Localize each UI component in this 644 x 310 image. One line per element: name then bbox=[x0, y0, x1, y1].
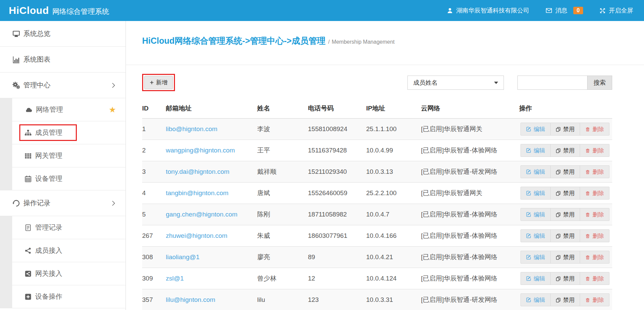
disable-button[interactable]: 禁用 bbox=[550, 144, 580, 157]
table-row: 357 lilu@hignton.com lilu 123 10.0.3.31 … bbox=[142, 289, 612, 310]
sidebar-item-network-management[interactable]: 网络管理 ★ bbox=[12, 98, 126, 121]
table-row: 4 tangbin@hignton.com 唐斌 15526460059 25.… bbox=[142, 183, 612, 204]
email-link[interactable]: gang.chen@hignton.com bbox=[166, 211, 238, 218]
caret-down-icon bbox=[494, 82, 498, 86]
sidebar-item-management-records[interactable]: 管理记录 bbox=[12, 216, 126, 239]
trash-icon bbox=[585, 169, 590, 174]
edit-button[interactable]: 编辑 bbox=[521, 123, 550, 135]
cell-id: 308 bbox=[142, 247, 166, 268]
table-row: 2 wangping@hignton.com 王平 15116379428 10… bbox=[142, 140, 612, 161]
sidebar-item-device-operations[interactable]: 设备操作 bbox=[12, 285, 126, 308]
email-link[interactable]: zhuwei@hignton.com bbox=[166, 232, 227, 239]
edit-button[interactable]: 编辑 bbox=[521, 230, 550, 242]
grid-icon bbox=[24, 152, 32, 160]
sidebar-item-system-charts[interactable]: 系统图表 bbox=[0, 47, 126, 73]
sidebar-item-gateway-management[interactable]: 网关管理 bbox=[12, 144, 126, 167]
sidebar-item-system-overview[interactable]: 系统总览 bbox=[0, 21, 126, 47]
cell-name: 陈刚 bbox=[257, 204, 308, 225]
header-email: 邮箱地址 bbox=[166, 101, 257, 119]
sitemap-icon bbox=[24, 129, 32, 137]
disable-button[interactable]: 禁用 bbox=[550, 251, 580, 263]
disable-button[interactable]: 禁用 bbox=[550, 166, 580, 178]
row-action-group: 编辑 禁用 bbox=[520, 272, 609, 285]
email-link[interactable]: tangbin@hignton.com bbox=[166, 189, 228, 197]
cell-id: 267 bbox=[142, 225, 166, 247]
cell-id: 2 bbox=[142, 140, 166, 161]
disable-button[interactable]: 禁用 bbox=[550, 294, 580, 306]
sidebar-item-member-access[interactable]: 成员接入 bbox=[12, 239, 126, 262]
table-row: 309 zsl@1 曾少林 12 10.0.4.124 [已启用]华辰智通-体验… bbox=[142, 268, 612, 289]
brand-system-name: 网络综合管理系统 bbox=[52, 7, 109, 16]
delete-button[interactable]: 删除 bbox=[580, 144, 609, 157]
clone-icon bbox=[556, 233, 561, 239]
cell-email: gang.chen@hignton.com bbox=[166, 204, 257, 225]
email-link[interactable]: tony.dai@hignton.com bbox=[166, 168, 229, 175]
sidebar-item-label: 操作记录 bbox=[23, 199, 50, 208]
fullscreen-toggle[interactable]: 开启全屏 bbox=[599, 6, 633, 15]
email-link[interactable]: wangping@hignton.com bbox=[166, 147, 235, 154]
member-name-filter-select[interactable]: 成员姓名 bbox=[407, 76, 504, 90]
search-button[interactable]: 搜索 bbox=[587, 76, 612, 90]
cell-ip: 10.0.4.166 bbox=[366, 225, 421, 247]
email-link[interactable]: libo@hignton.com bbox=[166, 125, 217, 132]
disable-button[interactable]: 禁用 bbox=[550, 272, 580, 285]
email-link[interactable]: lilu@hignton.com bbox=[166, 296, 215, 303]
clone-icon bbox=[556, 169, 561, 174]
sidebar-item-label: 管理记录 bbox=[35, 223, 62, 232]
disable-button[interactable]: 禁用 bbox=[550, 123, 580, 135]
sidebar-item-member-management[interactable]: 成员管理 bbox=[12, 121, 126, 144]
main-content: HiCloud网络综合管理系统->管理中心->成员管理/Membership M… bbox=[126, 21, 644, 310]
calendar-icon bbox=[24, 175, 32, 183]
delete-button[interactable]: 删除 bbox=[580, 208, 609, 221]
email-link[interactable]: liaoliang@1 bbox=[166, 253, 200, 261]
cell-name: 廖亮 bbox=[257, 247, 308, 268]
search-input[interactable] bbox=[517, 76, 587, 90]
history-icon bbox=[12, 199, 20, 207]
delete-button[interactable]: 删除 bbox=[580, 123, 609, 135]
email-link[interactable]: zsl@1 bbox=[166, 275, 184, 282]
edit-button[interactable]: 编辑 bbox=[521, 144, 550, 157]
edit-icon bbox=[526, 126, 531, 132]
cell-id: 1 bbox=[142, 119, 166, 140]
add-button[interactable]: 新增 bbox=[144, 76, 173, 89]
submenu-operation-records: 管理记录 成员接入 网关接入 bbox=[0, 216, 126, 308]
cell-actions: 编辑 禁用 bbox=[519, 247, 612, 268]
cell-name: 李波 bbox=[257, 119, 308, 140]
sidebar-item-device-management[interactable]: 设备管理 bbox=[12, 167, 126, 190]
sidebar-item-operation-records[interactable]: 操作记录 bbox=[0, 190, 126, 216]
delete-button[interactable]: 删除 bbox=[580, 166, 609, 178]
delete-button[interactable]: 删除 bbox=[580, 294, 609, 306]
annotation-box-member-management: 成员管理 bbox=[19, 124, 77, 141]
delete-button[interactable]: 删除 bbox=[580, 230, 609, 242]
edit-button[interactable]: 编辑 bbox=[521, 187, 550, 199]
cell-network: [已启用]华辰智通-研发网络 bbox=[421, 161, 519, 183]
cell-email: liaoliang@1 bbox=[166, 247, 257, 268]
edit-button[interactable]: 编辑 bbox=[521, 208, 550, 221]
document-icon bbox=[24, 224, 32, 231]
cell-phone: 15581008924 bbox=[308, 119, 366, 140]
cell-network: [已启用]华辰智通-体验网络 bbox=[421, 268, 519, 289]
disable-button[interactable]: 禁用 bbox=[550, 187, 580, 199]
delete-button[interactable]: 删除 bbox=[580, 251, 609, 263]
cell-phone: 15211029340 bbox=[308, 161, 366, 183]
sidebar-item-label: 成员接入 bbox=[35, 246, 62, 255]
edit-button[interactable]: 编辑 bbox=[521, 251, 550, 263]
sidebar-item-gateway-access[interactable]: 网关接入 bbox=[12, 262, 126, 285]
sidebar-item-management-center[interactable]: 管理中心 bbox=[0, 73, 126, 98]
cell-network: [已启用]华辰智通网关 bbox=[421, 183, 519, 204]
edit-button[interactable]: 编辑 bbox=[521, 294, 550, 306]
disable-button[interactable]: 禁用 bbox=[550, 230, 580, 242]
sidebar-item-label: 系统总览 bbox=[23, 29, 50, 38]
messages-menu[interactable]: 消息 0 bbox=[546, 6, 583, 15]
cell-actions: 编辑 禁用 bbox=[519, 225, 612, 247]
company-menu[interactable]: 湖南华辰智通科技有限公司 bbox=[447, 6, 529, 15]
disable-button[interactable]: 禁用 bbox=[550, 208, 580, 221]
star-icon: ★ bbox=[109, 106, 116, 114]
cell-ip: 10.0.3.31 bbox=[366, 289, 421, 310]
edit-button[interactable]: 编辑 bbox=[521, 272, 550, 285]
edit-button[interactable]: 编辑 bbox=[521, 166, 550, 178]
user-icon bbox=[447, 7, 453, 14]
delete-button[interactable]: 删除 bbox=[580, 187, 609, 199]
cell-ip: 10.0.4.99 bbox=[366, 140, 421, 161]
delete-button[interactable]: 删除 bbox=[580, 272, 609, 285]
